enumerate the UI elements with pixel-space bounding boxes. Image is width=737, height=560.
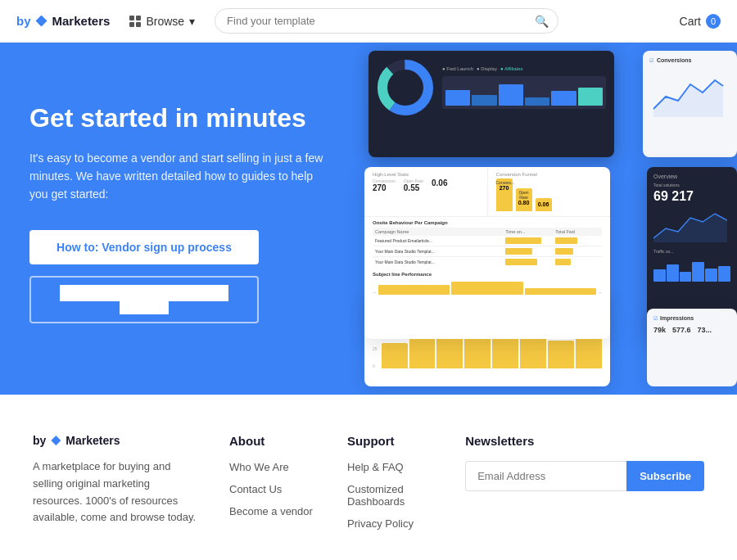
search-icon: 🔍 [535,15,549,28]
browse-grid-icon [129,16,141,27]
logo-diamond-icon [36,16,47,27]
vendor-signup-button[interactable]: How to: Vendor sign up process [29,230,259,264]
logo[interactable]: by Marketers [16,14,110,28]
conversions-line-chart [649,68,727,117]
footer-newsletter-column: Newsletters Subscribe [465,434,704,540]
browse-button[interactable]: Browse ▾ [123,11,201,31]
hero-left: Get started in minutes It's easy to beco… [0,43,360,395]
svg-marker-4 [653,214,727,242]
chevron-down-icon: ▾ [189,15,195,28]
search-bar: 🔍 [215,8,558,34]
dashboard-card-highlevel: High-Level Stats Conversions 270 Open Ra… [364,167,610,339]
footer-logo-by: by [33,434,46,447]
hero-section: Get started in minutes It's easy to beco… [0,43,737,395]
overview-chart [653,205,727,242]
hero-right-visuals: ● Fwd Launch ● Display ● Affiliates [360,43,737,395]
uploading-products-label: How to: Preparing & uploading Products [60,285,228,314]
footer-link-contact-us[interactable]: Contact Us [229,483,314,495]
newsletter-form: Subscribe [465,461,704,491]
footer-link-become-vendor[interactable]: Become a vendor [229,505,314,517]
hero-description: It's easy to become a vendor and start s… [29,149,328,204]
footer-support-title: Support [347,434,432,448]
footer-logo-diamond-icon [51,436,61,445]
subscribe-label: Subscribe [640,470,691,482]
logo-by-text: by [16,14,31,28]
footer-newsletter-title: Newsletters [465,434,704,448]
footer-link-customized-dashboards[interactable]: Customized Dashboards [347,483,432,508]
dashboard-card-impressions: ☑ Impressions 79k 577.6 73... [647,309,737,386]
logo-name-text: Marketers [52,14,111,28]
vendor-signup-label: How to: Vendor sign up process [57,241,232,254]
cart-count-badge: 0 [706,14,721,29]
dashboard-card-donut: ● Fwd Launch ● Display ● Affiliates [368,51,614,157]
hero-title: Get started in minutes [29,102,328,133]
footer-link-help-faq[interactable]: Help & FAQ [347,461,432,473]
subscribe-button[interactable]: Subscribe [626,461,704,491]
search-input[interactable] [215,8,558,34]
footer-support-column: Support Help & FAQ Customized Dashboards… [347,434,432,540]
dashboard-card-conversions: ☑ Conversions [643,51,737,157]
header: by Marketers Browse ▾ 🔍 Cart 0 [0,0,737,43]
footer-logo[interactable]: by Marketers [33,434,197,447]
uploading-products-button[interactable]: How to: Preparing & uploading Products [29,276,259,323]
footer-logo-name: Marketers [66,434,120,447]
footer-link-privacy-policy[interactable]: Privacy Policy [347,517,432,530]
footer-about-column: About Who We Are Contact Us Become a ven… [229,434,314,540]
footer-link-who-we-are[interactable]: Who We Are [229,461,314,473]
footer: by Marketers A marketplace for buying an… [0,395,737,560]
footer-about-title: About [229,434,314,448]
cart-label: Cart [680,15,701,28]
browse-label: Browse [146,15,184,28]
donut-chart [377,59,434,116]
cart-button[interactable]: Cart 0 [680,14,721,29]
email-input[interactable] [465,461,626,491]
footer-description: A marketplace for buying and selling ori… [33,458,197,526]
footer-brand: by Marketers A marketplace for buying an… [33,434,197,540]
